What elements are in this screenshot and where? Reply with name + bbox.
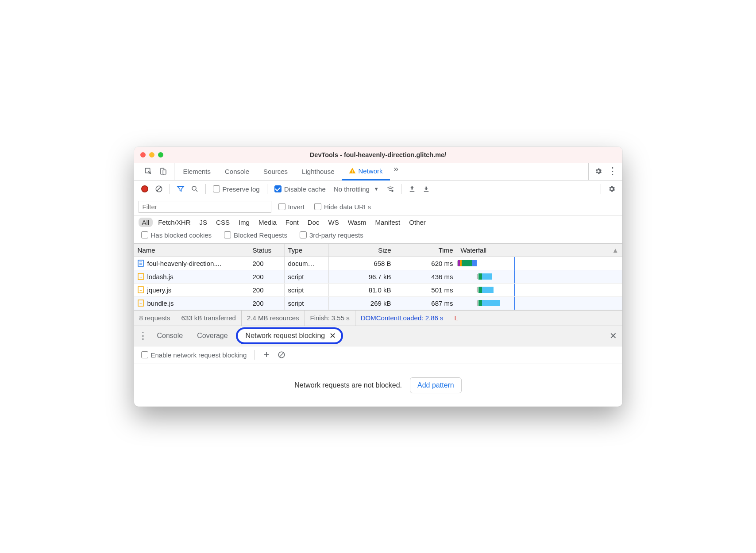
blocking-toolbar: Enable network request blocking + <box>134 346 622 364</box>
drawer-tab-network-request-blocking[interactable]: Network request blocking ✕ <box>236 327 343 344</box>
type-filter-doc[interactable]: Doc <box>304 218 323 227</box>
blocked-requests-checkbox[interactable]: Blocked Requests <box>221 231 290 239</box>
kebab-menu-icon[interactable]: ⋮ <box>606 165 619 177</box>
type-filter-wasm[interactable]: Wasm <box>344 218 370 227</box>
type-filter-all[interactable]: All <box>139 218 153 227</box>
checkbox-checked-icon <box>274 185 282 192</box>
summary-resources: 2.4 MB resources <box>242 310 305 326</box>
svg-line-18 <box>279 353 284 357</box>
filter-toggle-icon[interactable] <box>174 183 187 195</box>
col-name[interactable]: Name <box>134 244 249 257</box>
svg-text:↔: ↔ <box>139 275 142 279</box>
throttling-select[interactable]: No throttling ▼ <box>330 185 382 193</box>
type-filter-other[interactable]: Other <box>405 218 429 227</box>
invert-checkbox[interactable]: Invert <box>276 203 308 211</box>
resource-type-filters: AllFetch/XHRJSCSSImgMediaFontDocWSWasmMa… <box>134 216 622 229</box>
checkbox-icon <box>213 185 220 192</box>
settings-icon[interactable] <box>592 165 605 177</box>
summary-transferred: 633 kB transferred <box>176 310 242 326</box>
window-controls <box>134 152 163 157</box>
download-har-icon[interactable] <box>420 183 432 195</box>
tab-console[interactable]: Console <box>218 163 256 180</box>
summary-load: L <box>449 310 463 326</box>
inspect-element-icon[interactable] <box>142 165 154 177</box>
table-row[interactable]: foul-heavenly-direction....200docum…658 … <box>134 257 622 270</box>
preserve-log-checkbox[interactable]: Preserve log <box>210 185 262 193</box>
warning-icon <box>349 167 356 174</box>
network-summary: 8 requests 633 kB transferred 2.4 MB res… <box>134 310 622 326</box>
table-row[interactable]: ↔bundle.js200script269 kB687 ms <box>134 297 622 310</box>
maximize-window-button[interactable] <box>158 152 163 157</box>
tab-elements[interactable]: Elements <box>176 163 218 180</box>
enable-blocking-checkbox[interactable]: Enable network request blocking <box>139 351 250 359</box>
type-filter-js[interactable]: JS <box>196 218 211 227</box>
titlebar: DevTools - foul-heavenly-direction.glitc… <box>134 147 622 163</box>
close-window-button[interactable] <box>140 152 146 157</box>
table-row[interactable]: ↔jquery.js200script81.0 kB501 ms <box>134 284 622 297</box>
chevron-down-icon: ▼ <box>374 186 379 192</box>
tab-sources[interactable]: Sources <box>256 163 295 180</box>
drawer-menu-icon[interactable]: ⋮ <box>137 330 149 342</box>
col-type[interactable]: Type <box>285 244 329 257</box>
table-header: Name Status Type Size Time Waterfall▲ <box>134 244 622 257</box>
upload-har-icon[interactable] <box>406 183 418 195</box>
tab-lighthouse[interactable]: Lighthouse <box>295 163 341 180</box>
type-filter-img[interactable]: Img <box>235 218 253 227</box>
disable-cache-checkbox[interactable]: Disable cache <box>272 185 328 193</box>
svg-point-5 <box>192 186 196 190</box>
device-toolbar-icon[interactable] <box>157 165 170 177</box>
more-tabs-icon[interactable]: » <box>390 163 402 175</box>
tab-network[interactable]: Network <box>342 163 390 180</box>
svg-text:↔: ↔ <box>139 288 142 292</box>
drawer-tab-coverage[interactable]: Coverage <box>191 329 234 342</box>
network-table: Name Status Type Size Time Waterfall▲ fo… <box>134 244 622 310</box>
close-icon[interactable]: ✕ <box>329 331 336 341</box>
type-filter-media[interactable]: Media <box>255 218 280 227</box>
type-filter-fetchxhr[interactable]: Fetch/XHR <box>154 218 194 227</box>
col-size[interactable]: Size <box>329 244 395 257</box>
hide-data-urls-checkbox[interactable]: Hide data URLs <box>312 203 374 211</box>
network-toolbar: Preserve log Disable cache No throttling… <box>134 180 622 198</box>
filter-input[interactable] <box>139 201 271 213</box>
summary-finish: Finish: 3.55 s <box>305 310 355 326</box>
col-time[interactable]: Time <box>395 244 457 257</box>
drawer-tabs: ⋮ Console Coverage Network request block… <box>134 326 622 346</box>
type-filter-manifest[interactable]: Manifest <box>372 218 404 227</box>
blocking-status-text: Network requests are not blocked. <box>294 381 402 389</box>
svg-point-6 <box>391 190 393 192</box>
network-conditions-icon[interactable] <box>384 183 397 195</box>
table-row[interactable]: ↔lodash.js200script96.7 kB436 ms <box>134 270 622 284</box>
third-party-checkbox[interactable]: 3rd-party requests <box>297 231 366 239</box>
devtools-window: DevTools - foul-heavenly-direction.glitc… <box>134 147 622 407</box>
add-pattern-button[interactable]: Add pattern <box>410 377 462 393</box>
minimize-window-button[interactable] <box>149 152 154 157</box>
sort-asc-icon: ▲ <box>612 246 619 254</box>
extra-filters: Has blocked cookies Blocked Requests 3rd… <box>134 229 622 244</box>
drawer-tab-console[interactable]: Console <box>151 329 189 342</box>
type-filter-font[interactable]: Font <box>282 218 302 227</box>
col-waterfall[interactable]: Waterfall▲ <box>457 244 622 257</box>
search-icon[interactable] <box>189 183 201 195</box>
blocking-body: Network requests are not blocked. Add pa… <box>134 364 622 407</box>
panel-settings-icon[interactable] <box>606 183 618 195</box>
close-drawer-icon[interactable]: ✕ <box>607 330 620 342</box>
main-tabs: Elements Console Sources Lighthouse Netw… <box>134 163 622 180</box>
summary-requests: 8 requests <box>134 310 176 326</box>
svg-line-4 <box>156 187 161 192</box>
summary-dcl: DOMContentLoaded: 2.86 s <box>355 310 449 326</box>
remove-all-icon[interactable] <box>275 349 288 361</box>
filter-bar: Invert Hide data URLs <box>134 198 622 216</box>
has-blocked-cookies-checkbox[interactable]: Has blocked cookies <box>139 231 215 239</box>
svg-text:↔: ↔ <box>139 302 142 306</box>
col-status[interactable]: Status <box>249 244 285 257</box>
svg-rect-2 <box>163 170 166 174</box>
record-button[interactable] <box>139 183 151 195</box>
type-filter-css[interactable]: CSS <box>212 218 233 227</box>
type-filter-ws[interactable]: WS <box>324 218 342 227</box>
window-title: DevTools - foul-heavenly-direction.glitc… <box>134 151 622 158</box>
add-pattern-icon[interactable]: + <box>260 349 273 361</box>
clear-icon[interactable] <box>153 183 165 195</box>
